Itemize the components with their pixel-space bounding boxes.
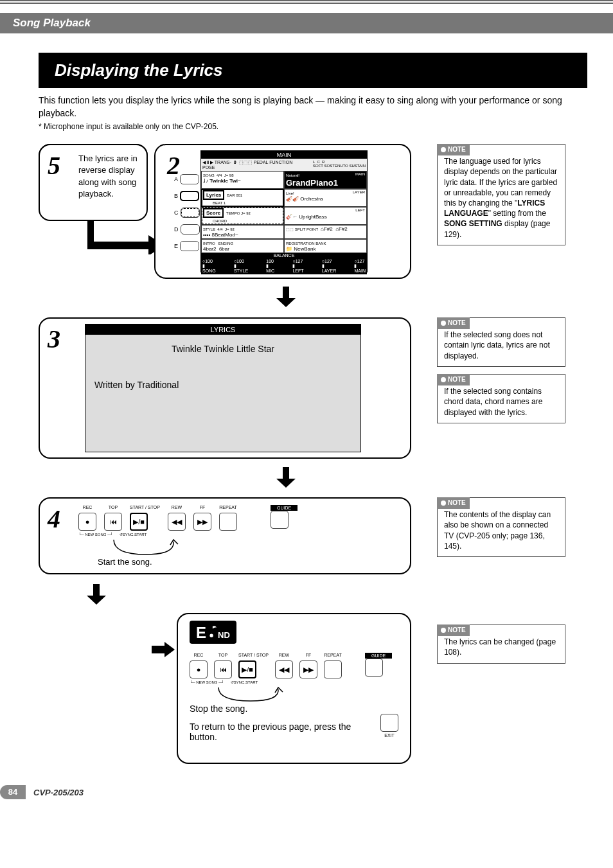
start-stop-button[interactable]: ▶/■ bbox=[130, 513, 148, 531]
page-heading: Displaying the Lyrics bbox=[39, 53, 587, 88]
model-label: CVP-205/203 bbox=[33, 788, 84, 797]
panel-button-e[interactable] bbox=[180, 241, 199, 251]
step-5-box: 5 The lyrics are in reverse display alon… bbox=[39, 144, 148, 221]
step-3-number: 3 bbox=[48, 324, 60, 354]
arrow-down-4-5 bbox=[87, 584, 106, 605]
step-4-number: 4 bbox=[48, 504, 60, 534]
end-rec-button[interactable]: ● bbox=[190, 660, 208, 678]
top-button[interactable]: ⏮ bbox=[104, 513, 122, 531]
end-guide-button[interactable] bbox=[365, 659, 383, 677]
panel-button-c[interactable] bbox=[181, 208, 200, 218]
section-header: Song Playback bbox=[0, 13, 613, 33]
page-footer: 84 CVP-205/203 bbox=[0, 785, 84, 799]
screen-title: MAIN bbox=[201, 151, 367, 159]
end-transport-row: REC● TOP⏮ START / STOP▶/■ REW◀◀ FF▶▶ REP… bbox=[190, 653, 398, 678]
end-rew-button[interactable]: ◀◀ bbox=[275, 660, 293, 678]
step-2-box: 2 A B C D E MAIN ◀⏸▶ TRANS-POSE 0 ⬚⬚⬚ PE… bbox=[154, 144, 411, 279]
intro-text: This function lets you display the lyric… bbox=[39, 94, 587, 120]
lyrics-credit: Written by Traditional bbox=[94, 380, 351, 390]
step-5-text: The lyrics are in reverse display along … bbox=[78, 153, 140, 200]
transport-row: REC● TOP⏮ START / STOP▶/■ REW◀◀ FF▶▶ REP… bbox=[78, 505, 404, 531]
music-note-icon bbox=[206, 624, 218, 638]
end-ff-button[interactable]: ▶▶ bbox=[299, 660, 317, 678]
end-loop-arrow bbox=[215, 684, 286, 705]
page-number: 84 bbox=[0, 785, 26, 799]
end-top-button[interactable]: ⏮ bbox=[214, 660, 232, 678]
mic-footnote: * Microphone input is available only on … bbox=[39, 122, 587, 131]
end-box: E ND REC● TOP⏮ START / STOP▶/■ REW◀◀ FF▶… bbox=[177, 613, 411, 764]
lyrics-song-title: Twinkle Twinkle Little Star bbox=[94, 344, 351, 354]
stop-song-text: Stop the song. bbox=[190, 704, 398, 714]
step-4-box: 4 REC● TOP⏮ START / STOP▶/■ REW◀◀ FF▶▶ R… bbox=[39, 497, 411, 574]
panel-button-b[interactable] bbox=[180, 191, 199, 201]
step-4-caption: Start the song. bbox=[98, 556, 404, 568]
guide-button[interactable] bbox=[271, 511, 289, 529]
step-5-number: 5 bbox=[48, 150, 60, 181]
note-language: NOTE The language used for lyrics displa… bbox=[437, 144, 565, 245]
ff-button[interactable]: ▶▶ bbox=[193, 513, 211, 531]
repeat-button[interactable] bbox=[219, 513, 237, 531]
note-lyrics-change: NOTE The lyrics can be changed (page 108… bbox=[437, 624, 565, 663]
panel-button-a[interactable] bbox=[180, 174, 199, 184]
lyrics-tab[interactable]: Lyrics bbox=[203, 190, 224, 200]
note-chord-data: NOTE If the selected song contains chord… bbox=[437, 374, 565, 423]
arrow-step5-to-end bbox=[152, 642, 175, 657]
exit-group: EXIT bbox=[380, 714, 398, 738]
exit-button[interactable] bbox=[380, 714, 398, 732]
return-text: To return to the previous page, press th… bbox=[190, 722, 363, 742]
arrow-down-3-4 bbox=[276, 467, 296, 488]
score-tab[interactable]: Score bbox=[203, 208, 224, 218]
rew-button[interactable]: ◀◀ bbox=[168, 513, 186, 531]
lyrics-display-mock: LYRICS Twinkle Twinkle Little Star Writt… bbox=[85, 324, 361, 452]
end-badge: E ND bbox=[190, 621, 236, 644]
end-start-stop-button[interactable]: ▶/■ bbox=[238, 660, 256, 678]
note-icon bbox=[441, 147, 446, 152]
note-tv-output: NOTE The contents of the display can als… bbox=[437, 497, 565, 557]
note-no-lyric-data: NOTE If the selected song does not conta… bbox=[437, 317, 565, 367]
panel-button-d[interactable] bbox=[181, 224, 200, 235]
note-tab: NOTE bbox=[437, 144, 470, 155]
step-3-box: 3 LYRICS Twinkle Twinkle Little Star Wri… bbox=[39, 317, 411, 459]
main-display-mock: A B C D E MAIN ◀⏸▶ TRANS-POSE 0 ⬚⬚⬚ PEDA… bbox=[200, 150, 368, 272]
top-rule-lines bbox=[0, 0, 613, 13]
start-loop-arrow bbox=[111, 536, 181, 559]
rec-button[interactable]: ● bbox=[78, 513, 96, 531]
end-repeat-button[interactable] bbox=[324, 660, 342, 678]
arrow-down-2-3 bbox=[276, 287, 296, 307]
